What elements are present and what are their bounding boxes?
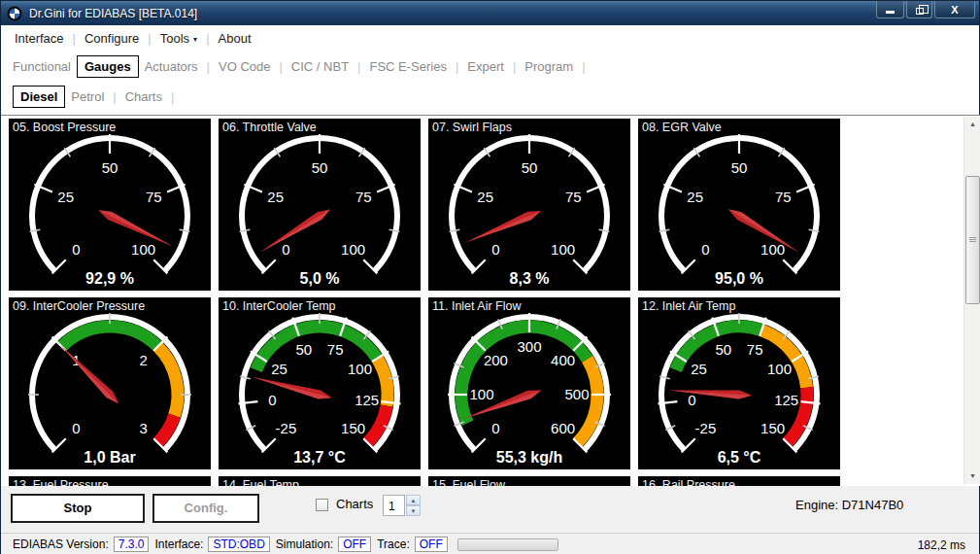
gauge-value: 13,7 °C [293,449,346,466]
app-window: Dr.Gini for EDIABAS [BETA.014] X Interfa… [0,0,980,554]
status-label-interface: Interface: [154,537,203,551]
gauge-tick-label: 100 [551,241,575,258]
gauge-title: 13. Fuel Pressure [9,476,211,486]
gauge-tick-label: 100 [131,241,155,258]
gauge-tick-label: 50 [522,159,538,176]
gauge-panel-partial: 15. Fuel Flow [428,476,630,486]
gauge-title: 14. Fuel Temp [219,476,421,486]
menu-about[interactable]: About [215,31,255,46]
gauge-tick-label: 0 [688,392,695,408]
tab-vo-code[interactable]: VO Code [216,59,273,74]
gauge-tick-label: -25 [695,420,717,436]
gauge-panel: 12. Inlet Air Temp-2502550751001251506,5… [638,297,840,469]
gauge-tick-label: 100 [341,241,365,258]
status-label-simulation: Simulation: [276,537,333,551]
status-value-interface: STD:OBD [208,537,269,552]
gauge-arc [242,138,397,271]
gauge-tick-label: 600 [551,420,575,436]
menu-separator: | [143,31,155,46]
menu-configure[interactable]: Configure [81,31,143,46]
gauge-tick-label: 400 [551,352,575,368]
status-label-ediabas: EDIABAS Version: [13,537,109,551]
gauge-panel: 07. Swirl Flaps02550751008,3 % [428,119,630,291]
stop-button[interactable]: Stop [11,494,145,523]
gauge-tick-label: 25 [267,189,284,205]
gauge-value: 6,5 °C [718,449,761,466]
main-tab-row: Functional Gauges Actuators | VO Code | … [1,51,979,83]
gauge-tick-label: 0 [491,420,499,436]
tab-functional[interactable]: Functional [10,59,74,74]
scroll-thumb[interactable] [965,176,980,304]
gauge-panel-partial: 13. Fuel Pressure [9,476,211,486]
stepper-up-icon[interactable]: ▲ [406,495,421,505]
gauge-panel: 10. InterCooler Temp-2502550751001251501… [219,297,421,469]
tab-diesel[interactable]: Diesel [13,86,65,108]
close-button[interactable]: X [934,1,975,18]
gauge-tick-label: 125 [355,392,379,408]
gauge-title: 07. Swirl Flaps [432,121,512,134]
scroll-up-icon[interactable]: ▲ [965,117,980,132]
tab-separator: | [576,59,591,74]
gauge-arc [32,138,187,271]
menu-interface[interactable]: Interface [11,31,68,46]
tab-program[interactable]: Program [522,59,576,74]
gauge-tick-label: 75 [775,189,792,205]
gauge-tick-label: 100 [469,386,493,402]
gauge-panel: 11. Inlet Air Flow010020030040050060055,… [428,297,630,469]
tab-separator: | [107,89,121,104]
gauge-tick-label: 25 [57,189,74,205]
charts-checkbox-label: Charts [336,497,373,511]
gauge-title: 16. Rail Pressure [638,476,840,486]
tab-expert[interactable]: Expert [464,59,507,74]
gauge-value: 95,0 % [715,270,763,287]
restore-icon [916,8,924,15]
gauge-title: 06. Throttle Valve [222,121,317,134]
menu-tools-label: Tools [160,31,189,46]
titlebar[interactable]: Dr.Gini for EDIABAS [BETA.014] X [1,1,979,25]
gauge-tick-label: 0 [282,241,289,258]
gauge-tick-label: 100 [760,241,785,258]
charts-checkbox[interactable] [316,499,328,511]
charts-count-stepper: 1 ▲ ▼ [383,495,421,516]
gauge-tick-label: 3 [139,420,147,436]
gauge-tick-label: 100 [767,361,792,377]
status-label-trace: Trace: [377,537,410,551]
tab-cic-nbt[interactable]: CIC / NBT [288,59,352,74]
gauge-arc [452,138,607,271]
gauge-value: 1,0 Bar [84,449,135,466]
tab-charts[interactable]: Charts [122,89,165,104]
gauge-dial: 06. Throttle Valve02550751005,0 % [219,119,421,291]
minimize-icon [886,11,895,14]
progress-bar [457,538,558,551]
gauge-panel: 09. InterCooler Pressure01231,0 Bar [9,297,211,469]
gauge-band-green [62,327,158,347]
config-button[interactable]: Config. [152,494,259,523]
gauge-tick-label: 25 [687,189,703,205]
gauge-title: 09. InterCooler Pressure [13,299,145,313]
gauge-title: 12. Inlet Air Temp [642,299,735,313]
gauge-value: 8,3 % [510,270,550,287]
charts-count-value[interactable]: 1 [383,495,405,516]
gauge-value: 5,0 % [300,270,340,287]
sub-tab-row: Diesel Petrol | Charts | [1,83,979,110]
tab-fsc-eseries[interactable]: FSC E-Series [366,59,449,74]
restore-button[interactable] [906,1,932,18]
status-value-ediabas: 7.3.0 [114,537,150,552]
scroll-down-icon[interactable]: ▼ [965,468,980,484]
tab-actuators[interactable]: Actuators [142,59,201,74]
gauge-tick-label: 75 [355,189,372,205]
gauge-arc [661,138,817,271]
engine-label: Engine: D71N47B0 [795,498,903,512]
tab-separator: | [201,59,216,74]
gauge-panel: 08. EGR Valve025507510095,0 % [638,119,840,291]
close-icon: X [951,4,958,16]
gauge-tick-label: 0 [72,420,80,436]
vertical-scrollbar[interactable]: ▲ ▼ [963,117,980,484]
status-bar: EDIABAS Version: 7.3.0 Interface: STD:OB… [1,533,979,554]
stepper-down-icon[interactable]: ▼ [406,505,421,516]
tab-petrol[interactable]: Petrol [68,89,107,104]
minimize-button[interactable] [876,1,904,18]
tab-gauges[interactable]: Gauges [77,55,139,78]
gauge-dial: 10. InterCooler Temp-2502550751001251501… [219,297,421,469]
menu-tools[interactable]: Tools▾ [156,31,201,46]
